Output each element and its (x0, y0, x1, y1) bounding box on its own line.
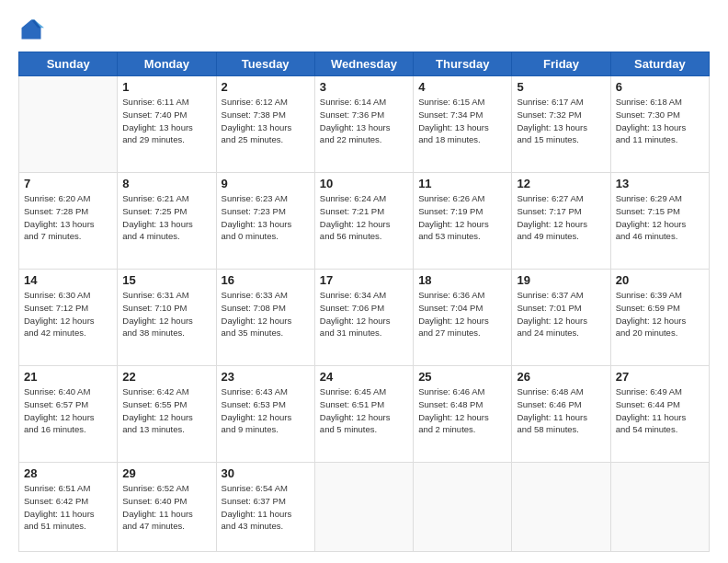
day-detail: Sunrise: 6:34 AM Sunset: 7:06 PM Dayligh… (320, 289, 408, 339)
day-detail: Sunrise: 6:33 AM Sunset: 7:08 PM Dayligh… (222, 289, 310, 339)
calendar-week-row: 7Sunrise: 6:20 AM Sunset: 7:28 PM Daylig… (19, 173, 710, 270)
calendar-cell (19, 76, 118, 173)
day-number: 6 (616, 80, 704, 94)
day-number: 23 (222, 370, 310, 384)
page: SundayMondayTuesdayWednesdayThursdayFrid… (0, 0, 728, 563)
day-detail: Sunrise: 6:46 AM Sunset: 6:48 PM Dayligh… (418, 385, 506, 436)
day-detail: Sunrise: 6:30 AM Sunset: 7:12 PM Dayligh… (24, 289, 112, 339)
calendar-cell: 21Sunrise: 6:40 AM Sunset: 6:57 PM Dayli… (19, 366, 118, 463)
calendar-cell: 12Sunrise: 6:27 AM Sunset: 7:17 PM Dayli… (512, 173, 610, 270)
calendar-cell: 30Sunrise: 6:54 AM Sunset: 6:37 PM Dayli… (216, 463, 314, 552)
weekday-header-wednesday: Wednesday (314, 52, 413, 76)
day-detail: Sunrise: 6:14 AM Sunset: 7:36 PM Dayligh… (320, 96, 408, 146)
calendar-cell: 14Sunrise: 6:30 AM Sunset: 7:12 PM Dayli… (19, 270, 118, 366)
day-number: 28 (24, 466, 112, 480)
day-detail: Sunrise: 6:12 AM Sunset: 7:38 PM Dayligh… (222, 96, 310, 146)
day-detail: Sunrise: 6:54 AM Sunset: 6:37 PM Dayligh… (222, 482, 310, 533)
day-number: 9 (222, 177, 310, 190)
weekday-header-row: SundayMondayTuesdayWednesdayThursdayFrid… (19, 52, 710, 76)
calendar-cell: 13Sunrise: 6:29 AM Sunset: 7:15 PM Dayli… (610, 173, 709, 270)
calendar-week-row: 14Sunrise: 6:30 AM Sunset: 7:12 PM Dayli… (19, 270, 710, 366)
weekday-header-saturday: Saturday (610, 52, 709, 76)
day-number: 19 (517, 273, 605, 287)
calendar-cell: 24Sunrise: 6:45 AM Sunset: 6:51 PM Dayli… (314, 366, 413, 463)
day-number: 4 (418, 80, 506, 94)
calendar-cell: 27Sunrise: 6:49 AM Sunset: 6:44 PM Dayli… (610, 366, 709, 463)
day-number: 18 (418, 273, 506, 287)
calendar-cell: 3Sunrise: 6:14 AM Sunset: 7:36 PM Daylig… (314, 76, 413, 173)
calendar-cell: 26Sunrise: 6:48 AM Sunset: 6:46 PM Dayli… (512, 366, 610, 463)
day-number: 22 (122, 370, 210, 384)
calendar-cell: 11Sunrise: 6:26 AM Sunset: 7:19 PM Dayli… (414, 173, 512, 270)
calendar-cell (314, 463, 413, 552)
calendar-cell: 18Sunrise: 6:36 AM Sunset: 7:04 PM Dayli… (414, 270, 512, 366)
day-number: 29 (122, 466, 210, 480)
day-detail: Sunrise: 6:17 AM Sunset: 7:32 PM Dayligh… (517, 96, 605, 146)
calendar-cell: 6Sunrise: 6:18 AM Sunset: 7:30 PM Daylig… (610, 76, 709, 173)
day-detail: Sunrise: 6:42 AM Sunset: 6:55 PM Dayligh… (122, 385, 210, 436)
header (18, 17, 710, 42)
weekday-header-thursday: Thursday (414, 52, 512, 76)
day-detail: Sunrise: 6:51 AM Sunset: 6:42 PM Dayligh… (24, 482, 112, 533)
day-number: 26 (517, 370, 605, 384)
calendar-cell: 15Sunrise: 6:31 AM Sunset: 7:10 PM Dayli… (118, 270, 216, 366)
calendar-cell: 19Sunrise: 6:37 AM Sunset: 7:01 PM Dayli… (512, 270, 610, 366)
day-number: 24 (320, 370, 408, 384)
day-detail: Sunrise: 6:40 AM Sunset: 6:57 PM Dayligh… (24, 385, 112, 436)
calendar-cell: 22Sunrise: 6:42 AM Sunset: 6:55 PM Dayli… (118, 366, 216, 463)
day-detail: Sunrise: 6:45 AM Sunset: 6:51 PM Dayligh… (320, 385, 408, 436)
calendar-week-row: 1Sunrise: 6:11 AM Sunset: 7:40 PM Daylig… (19, 76, 710, 173)
day-number: 3 (320, 80, 408, 94)
day-number: 12 (517, 177, 605, 190)
day-detail: Sunrise: 6:29 AM Sunset: 7:15 PM Dayligh… (616, 192, 704, 243)
calendar-cell: 23Sunrise: 6:43 AM Sunset: 6:53 PM Dayli… (216, 366, 314, 463)
day-number: 11 (418, 177, 506, 190)
logo-icon (18, 17, 44, 42)
day-number: 15 (122, 273, 210, 287)
day-number: 7 (24, 177, 112, 190)
day-detail: Sunrise: 6:48 AM Sunset: 6:46 PM Dayligh… (517, 385, 605, 436)
svg-marker-0 (22, 20, 41, 40)
day-number: 14 (24, 273, 112, 287)
day-detail: Sunrise: 6:23 AM Sunset: 7:23 PM Dayligh… (222, 192, 310, 243)
day-detail: Sunrise: 6:36 AM Sunset: 7:04 PM Dayligh… (418, 289, 506, 339)
calendar-cell: 9Sunrise: 6:23 AM Sunset: 7:23 PM Daylig… (216, 173, 314, 270)
calendar-cell: 2Sunrise: 6:12 AM Sunset: 7:38 PM Daylig… (216, 76, 314, 173)
day-number: 25 (418, 370, 506, 384)
day-detail: Sunrise: 6:18 AM Sunset: 7:30 PM Dayligh… (616, 96, 704, 146)
weekday-header-friday: Friday (512, 52, 610, 76)
day-detail: Sunrise: 6:11 AM Sunset: 7:40 PM Dayligh… (122, 96, 210, 146)
day-detail: Sunrise: 6:31 AM Sunset: 7:10 PM Dayligh… (122, 289, 210, 339)
calendar-cell: 1Sunrise: 6:11 AM Sunset: 7:40 PM Daylig… (118, 76, 216, 173)
calendar-cell: 20Sunrise: 6:39 AM Sunset: 6:59 PM Dayli… (610, 270, 709, 366)
calendar-week-row: 21Sunrise: 6:40 AM Sunset: 6:57 PM Dayli… (19, 366, 710, 463)
weekday-header-monday: Monday (118, 52, 216, 76)
calendar-cell: 25Sunrise: 6:46 AM Sunset: 6:48 PM Dayli… (414, 366, 512, 463)
day-detail: Sunrise: 6:21 AM Sunset: 7:25 PM Dayligh… (122, 192, 210, 243)
calendar-cell (414, 463, 512, 552)
day-detail: Sunrise: 6:52 AM Sunset: 6:40 PM Dayligh… (122, 482, 210, 533)
day-number: 2 (222, 80, 310, 94)
day-detail: Sunrise: 6:20 AM Sunset: 7:28 PM Dayligh… (24, 192, 112, 243)
day-number: 10 (320, 177, 408, 190)
calendar-cell: 8Sunrise: 6:21 AM Sunset: 7:25 PM Daylig… (118, 173, 216, 270)
calendar-cell (610, 463, 709, 552)
calendar-cell: 4Sunrise: 6:15 AM Sunset: 7:34 PM Daylig… (414, 76, 512, 173)
day-detail: Sunrise: 6:43 AM Sunset: 6:53 PM Dayligh… (222, 385, 310, 436)
day-detail: Sunrise: 6:39 AM Sunset: 6:59 PM Dayligh… (616, 289, 704, 339)
day-number: 20 (616, 273, 704, 287)
day-detail: Sunrise: 6:15 AM Sunset: 7:34 PM Dayligh… (418, 96, 506, 146)
day-number: 30 (222, 466, 310, 480)
weekday-header-sunday: Sunday (19, 52, 118, 76)
calendar-cell: 17Sunrise: 6:34 AM Sunset: 7:06 PM Dayli… (314, 270, 413, 366)
day-detail: Sunrise: 6:37 AM Sunset: 7:01 PM Dayligh… (517, 289, 605, 339)
day-detail: Sunrise: 6:26 AM Sunset: 7:19 PM Dayligh… (418, 192, 506, 243)
day-number: 16 (222, 273, 310, 287)
day-number: 1 (122, 80, 210, 94)
day-number: 8 (122, 177, 210, 190)
logo (18, 17, 48, 42)
day-detail: Sunrise: 6:49 AM Sunset: 6:44 PM Dayligh… (616, 385, 704, 436)
calendar-cell: 7Sunrise: 6:20 AM Sunset: 7:28 PM Daylig… (19, 173, 118, 270)
weekday-header-tuesday: Tuesday (216, 52, 314, 76)
calendar-cell: 28Sunrise: 6:51 AM Sunset: 6:42 PM Dayli… (19, 463, 118, 552)
